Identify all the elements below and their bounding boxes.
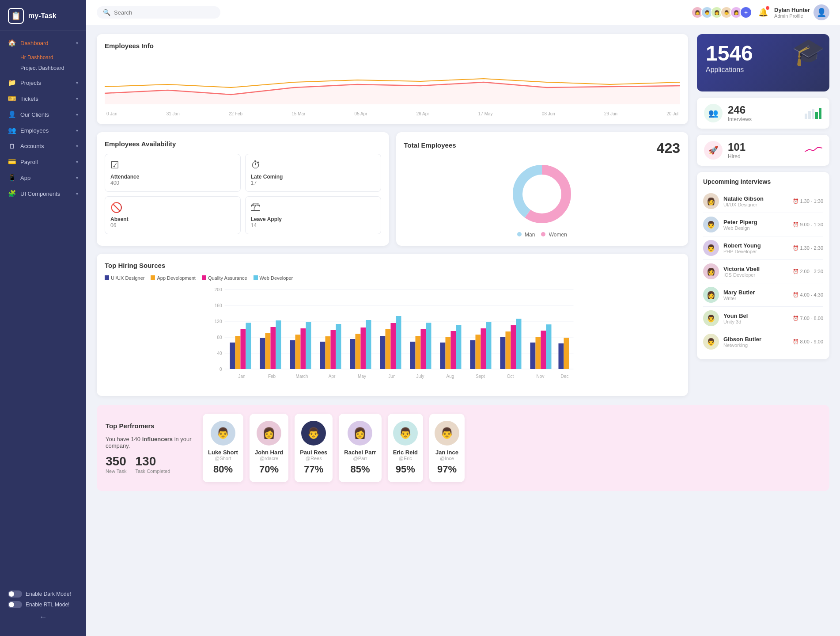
iv-avatar-2: 👨 xyxy=(703,240,719,256)
x-label-4: 05 Apr xyxy=(355,111,367,116)
employees-availability-card: Employees Availability ☑ Attendance 400 … xyxy=(97,132,389,246)
svg-rect-55 xyxy=(530,343,536,369)
hired-mini-chart xyxy=(805,143,822,158)
availability-leave: ⛱ Leave Apply 14 xyxy=(245,196,381,234)
sidebar-item-accounts[interactable]: 🗒 Accounts ▾ xyxy=(0,138,86,154)
line-chart-svg xyxy=(105,56,680,104)
chevron-icon: ▾ xyxy=(76,144,78,149)
applications-illustration: 🎓 xyxy=(792,36,825,68)
perf-name-5: Jan Ince xyxy=(435,449,459,456)
sidebar-bottom: Enable Dark Mode! Enable RTL Mode! ← xyxy=(0,585,86,627)
availability-title: Employees Availability xyxy=(105,140,381,148)
logo-icon: 📋 xyxy=(8,8,24,24)
svg-rect-38 xyxy=(396,316,401,369)
sidebar-item-project-dashboard[interactable]: Project Dashboard xyxy=(20,63,86,73)
legend-appdev: App Development xyxy=(151,275,195,281)
attendance-count: 400 xyxy=(110,180,235,186)
rtl-pill[interactable] xyxy=(8,601,22,608)
search-input[interactable] xyxy=(114,9,214,16)
legend-qa: Quality Assurance xyxy=(202,275,247,281)
performers-desc: You have 140 influencers in your company… xyxy=(106,436,194,449)
svg-text:July: July xyxy=(416,374,424,379)
new-task-label: New Task xyxy=(106,468,126,474)
sidebar-collapse-button[interactable]: ← xyxy=(8,613,78,622)
svg-rect-15 xyxy=(230,343,235,369)
absent-label: Absent xyxy=(110,216,235,222)
svg-rect-34 xyxy=(366,320,371,369)
iv-role-0: UI/UX Designer xyxy=(723,202,788,207)
availability-grid: ☑ Attendance 400 ⏱ Late Coming 17 🚫 xyxy=(105,154,381,234)
avatar-group: 👩 👨 👩 👨 👩 + xyxy=(691,6,752,19)
chevron-icon: ▾ xyxy=(76,191,78,196)
dashboard-submenu: Hr Dashboard Project Dashboard xyxy=(0,51,86,75)
performer-card-1: 👩 John Hard @rdacre 70% xyxy=(250,414,288,482)
iv-name-6: Gibson Butler xyxy=(723,336,788,343)
sidebar-item-payroll[interactable]: 💳 Payroll ▾ xyxy=(0,154,86,170)
performers-left: Top Perfromers You have 140 influencers … xyxy=(106,422,194,474)
payroll-icon: 💳 xyxy=(8,158,16,166)
dark-mode-pill[interactable] xyxy=(8,590,22,598)
perf-handle-2: @Rees xyxy=(300,456,327,461)
sidebar-item-hr-dashboard[interactable]: Hr Dashboard xyxy=(20,52,86,63)
svg-rect-37 xyxy=(391,323,396,369)
iv-info-2: Robert Young PHP Developer xyxy=(723,242,788,254)
svg-rect-52 xyxy=(506,331,511,369)
svg-rect-53 xyxy=(511,325,516,369)
svg-text:40: 40 xyxy=(217,351,222,356)
svg-rect-75 xyxy=(812,109,814,119)
sidebar-item-employees[interactable]: 👥 Employees ▾ xyxy=(0,122,86,138)
iv-time-6: ⏰8.00 - 9.00 xyxy=(793,339,823,345)
interview-list: 👩 Natalie Gibson UI/UX Designer ⏰1.30 - … xyxy=(703,190,823,353)
sidebar-item-tickets[interactable]: 🎫 Tickets ▾ xyxy=(0,91,86,107)
svg-text:80: 80 xyxy=(217,335,222,340)
user-name: Dylan Hunter xyxy=(774,7,810,13)
sidebar-label-tickets: Tickets xyxy=(20,95,38,102)
x-label-0: 0 Jan xyxy=(106,111,117,116)
perf-handle-5: @Ince xyxy=(435,456,459,461)
svg-rect-35 xyxy=(380,336,386,369)
sidebar-item-projects[interactable]: 📁 Projects ▾ xyxy=(0,75,86,91)
employees-info-title: Employees Info xyxy=(105,42,680,50)
sidebar-item-app[interactable]: 📱 App ▾ xyxy=(0,170,86,186)
total-emp-count: 423 xyxy=(657,140,680,156)
notification-button[interactable]: 🔔 xyxy=(758,8,768,17)
absent-icon: 🚫 xyxy=(110,202,235,213)
late-coming-count: 17 xyxy=(251,180,375,186)
svg-text:Jan: Jan xyxy=(238,374,245,379)
svg-text:200: 200 xyxy=(215,287,222,292)
sidebar-item-clients[interactable]: 👤 Our Clients ▾ xyxy=(0,107,86,122)
svg-rect-59 xyxy=(559,343,564,369)
perf-pct-2: 77% xyxy=(300,464,327,475)
main-content: 🔍 👩 👨 👩 👨 👩 + 🔔 Dylan Hunter Admin Profi… xyxy=(86,0,840,636)
sidebar-label-ui: UI Components xyxy=(20,190,60,197)
user-profile[interactable]: Dylan Hunter Admin Profile 👤 xyxy=(774,4,829,20)
x-label-3: 15 Mar xyxy=(291,111,305,116)
hired-stat-left: 🚀 101 Hired xyxy=(704,141,745,160)
upcoming-interviews-card: Upcomming Interviews 👩 Natalie Gibson UI… xyxy=(697,172,829,359)
late-coming-label: Late Coming xyxy=(251,174,375,180)
sidebar-item-dashboard[interactable]: 🏠 Dashboard ▾ xyxy=(0,35,86,51)
svg-rect-26 xyxy=(306,322,311,369)
add-avatar-button[interactable]: + xyxy=(740,6,752,19)
sidebar-item-ui[interactable]: 🧩 UI Components ▾ xyxy=(0,186,86,202)
rtl-toggle[interactable]: Enable RTL Mode! xyxy=(8,601,78,608)
svg-rect-58 xyxy=(546,324,552,369)
completed-label: Task Completed xyxy=(135,468,170,474)
sidebar-label-accounts: Accounts xyxy=(20,143,44,149)
employees-icon: 👥 xyxy=(8,126,16,134)
legend-uiux: UI/UX Designer xyxy=(105,275,144,281)
sidebar-label-projects: Projects xyxy=(20,80,41,86)
perf-pct-5: 97% xyxy=(435,464,459,475)
perf-name-0: Luke Short xyxy=(208,449,238,456)
svg-rect-77 xyxy=(819,108,821,119)
perf-pct-0: 80% xyxy=(208,464,238,475)
iv-role-4: Writer xyxy=(723,296,788,301)
iv-info-1: Peter Piperg Web Design xyxy=(723,219,788,231)
search-box[interactable]: 🔍 xyxy=(97,6,220,19)
svg-rect-51 xyxy=(500,337,506,369)
right-column: 1546 Applications 🎓 👥 246 Interviews xyxy=(697,34,829,396)
svg-rect-24 xyxy=(295,335,301,369)
dark-mode-toggle[interactable]: Enable Dark Mode! xyxy=(8,590,78,598)
left-column: Employees Info 0 Jan 31 Jan xyxy=(97,34,688,396)
iv-info-3: Victoria Vbell IOS Developer xyxy=(723,266,788,278)
